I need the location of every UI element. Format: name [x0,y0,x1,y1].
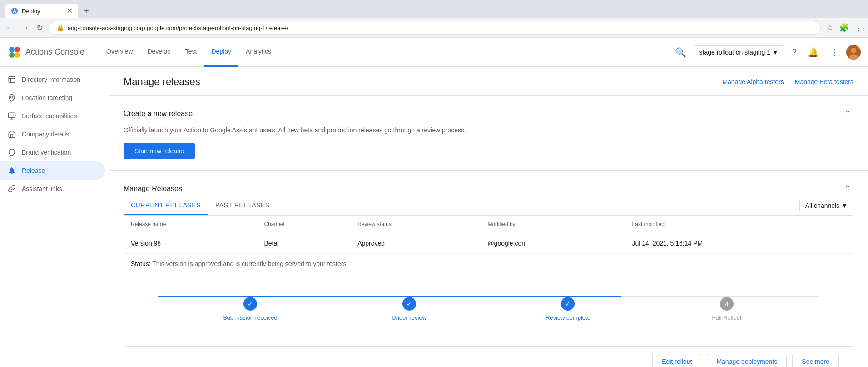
logo-area: Actions Console [7,45,84,60]
app-name: Actions Console [25,47,84,57]
browser-right-icons: ☆ 🧩 ⋮ [824,21,864,35]
step-circle-submission: ✓ [243,297,257,311]
create-release-body: Officially launch your Action to Google … [109,121,868,170]
channel-filter-chevron-icon: ▼ [841,202,848,209]
create-release-section: Create a new release ⌃ Officially launch… [109,96,868,171]
sidebar-item-brand-verification[interactable]: Brand verification [0,143,105,161]
start-new-release-button[interactable]: Start new release [124,143,195,159]
tab-close-button[interactable]: ✕ [67,7,73,15]
directory-information-icon [7,75,16,84]
nav-link-develop[interactable]: Develop [140,38,178,67]
sidebar-item-label: Location targeting [22,94,72,101]
tab-favicon: A [11,7,18,15]
nav-right: 🔍 stage rollout on staging 1 ▼ ? 🔔 ⋮ [671,43,861,61]
svg-text:A: A [13,9,16,14]
page-title: Manage releases [124,76,200,88]
header-links: Manage Alpha testers Manage Beta testers [722,78,853,85]
address-bar[interactable]: 🔒 aog-console-acs-staging.corp.google.co… [49,21,821,35]
back-button[interactable]: ← [4,21,15,35]
progress-tracker: ✓ Submission received ✓ Under review [164,288,813,328]
sidebar-item-assistant-links[interactable]: Assistant links [0,180,105,198]
step-label-review[interactable]: Under review [392,314,427,321]
forward-button[interactable]: → [19,21,31,35]
sidebar-item-label: Brand verification [22,149,71,156]
nav-link-overview[interactable]: Overview [99,38,140,67]
search-button[interactable]: 🔍 [671,43,690,61]
col-release-name: Release name [124,216,257,233]
create-release-description: Officially launch your Action to Google … [124,126,853,134]
manage-alpha-testers-link[interactable]: Manage Alpha testers [722,78,784,85]
col-channel: Channel [257,216,350,233]
notifications-button[interactable]: 🔔 [804,43,823,61]
company-details-icon [7,130,16,139]
manage-releases-collapse-button[interactable]: ⌃ [842,181,853,196]
project-selector[interactable]: stage rollout on staging 1 ▼ [694,45,784,59]
svg-point-5 [15,52,20,58]
cell-channel: Beta [257,233,350,254]
create-release-collapse-button[interactable]: ⌃ [842,106,853,121]
sidebar-item-release[interactable]: Release [0,161,105,180]
svg-point-7 [851,48,856,53]
table-progress-row: ✓ Submission received ✓ Under review [124,274,853,346]
nav-link-test[interactable]: Test [178,38,204,67]
svg-rect-9 [9,76,15,83]
help-button[interactable]: ? [788,43,800,61]
table-status-row: Status: This version is approved and is … [124,254,853,274]
bottom-actions: Edit rollout Manage deployments See more [124,346,853,367]
browser-menu-button[interactable]: ⋮ [853,21,864,35]
location-targeting-icon [7,93,16,102]
table-header-row: Release name Channel Review status Modif… [124,216,853,233]
extensions-button[interactable]: 🧩 [837,21,851,35]
status-label: Status: [131,260,151,267]
sidebar-item-label: Assistant links [22,185,62,192]
progress-row-cell: ✓ Submission received ✓ Under review [124,274,853,346]
bookmark-button[interactable]: ☆ [824,21,835,35]
user-avatar[interactable] [846,45,861,60]
sidebar-item-company-details[interactable]: Company details [0,125,105,143]
cell-release-name: Version 98 [124,233,257,254]
page-header: Manage releases Manage Alpha testers Man… [109,67,868,96]
top-nav: Actions Console Overview Develop Test De… [0,38,868,67]
reload-button[interactable]: ↻ [35,21,45,35]
step-circle-complete: ✓ [561,297,575,311]
nav-link-deploy[interactable]: Deploy [204,38,239,67]
sidebar-item-label: Directory information [22,76,80,83]
manage-deployments-button[interactable]: Manage deployments [707,354,787,367]
release-icon [7,166,16,175]
step-label-submission[interactable]: Submission received [223,314,278,321]
brand-verification-icon [7,148,16,157]
surface-capabilities-icon [7,111,16,121]
app-shell: Actions Console Overview Develop Test De… [0,38,868,367]
releases-tabs: CURRENT RELEASES PAST RELEASES All chann… [124,196,853,216]
channel-filter-dropdown[interactable]: All channels ▼ [799,199,853,212]
sidebar-item-label: Release [22,167,45,174]
col-review-status: Review status [350,216,480,233]
svg-point-12 [11,96,13,98]
tab-past-releases[interactable]: PAST RELEASES [208,196,277,215]
step-label-complete[interactable]: Review complete [546,314,590,321]
browser-tab-active[interactable]: A Deploy ✕ [5,4,78,18]
table-row[interactable]: Version 98 Beta Approved @google.com Jul… [124,233,853,254]
manage-releases-section: Manage Releases ⌃ CURRENT RELEASES PAST … [109,171,868,367]
browser-chrome: A Deploy ✕ + [0,0,868,18]
sidebar-item-directory-information[interactable]: Directory information [0,70,105,89]
nav-link-analytics[interactable]: Analytics [238,38,278,67]
step-label-rollout: Full Rollout [712,314,742,321]
releases-table-body: Version 98 Beta Approved @google.com Jul… [124,233,853,346]
sidebar-item-label: Surface capabilities [22,112,77,120]
step-circle-review: ✓ [402,297,416,311]
tab-current-releases[interactable]: CURRENT RELEASES [124,196,208,215]
edit-rollout-button[interactable]: Edit rollout [652,354,701,367]
sidebar-item-location-targeting[interactable]: Location targeting [0,89,105,107]
manage-releases-title: Manage Releases [124,185,182,193]
google-logo [7,45,22,60]
content-area: Manage releases Manage Alpha testers Man… [109,67,868,367]
manage-beta-testers-link[interactable]: Manage Beta testers [795,78,853,85]
sidebar-item-surface-capabilities[interactable]: Surface capabilities [0,107,105,125]
releases-table-header: Release name Channel Review status Modif… [124,216,853,233]
see-more-button[interactable]: See more [792,354,839,367]
new-tab-button[interactable]: + [80,4,93,18]
sidebar-item-label: Company details [22,131,69,138]
browser-address-bar: ← → ↻ 🔒 aog-console-acs-staging.corp.goo… [0,18,868,38]
more-options-button[interactable]: ⋮ [826,43,843,61]
